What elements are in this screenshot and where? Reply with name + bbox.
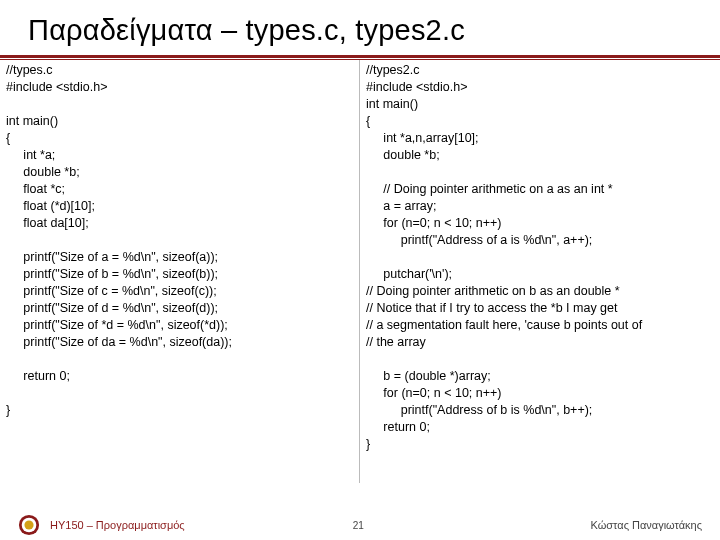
title-rule-thick [0, 55, 720, 58]
slide-title: Παραδείγματα – types.c, types2.c [0, 0, 720, 55]
svg-point-2 [24, 520, 33, 529]
left-code-block: //types.c #include <stdio.h> int main() … [0, 60, 360, 483]
right-code-block: //types2.c #include <stdio.h> int main()… [360, 60, 720, 483]
footer: ΗΥ150 – Προγραμματισμός 21 Κώστας Παναγι… [0, 514, 720, 536]
author-name: Κώστας Παναγιωτάκης [591, 519, 703, 531]
university-logo-icon [18, 514, 40, 536]
code-columns: //types.c #include <stdio.h> int main() … [0, 60, 720, 483]
page-number: 21 [353, 520, 364, 531]
course-label: ΗΥ150 – Προγραμματισμός [50, 519, 185, 531]
